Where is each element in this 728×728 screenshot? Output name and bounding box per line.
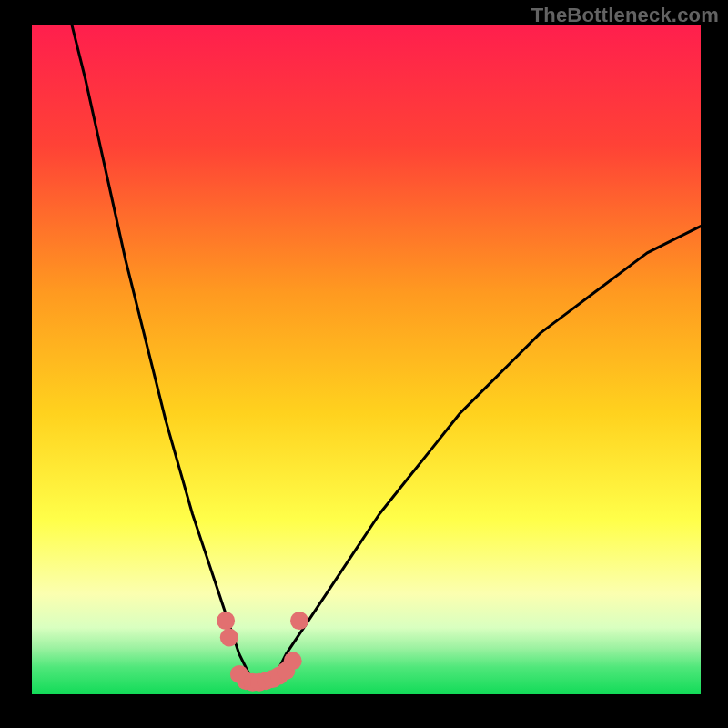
frame-left: [0, 0, 32, 728]
highlight-marker: [220, 629, 238, 647]
watermark-text: TheBottleneck.com: [531, 4, 719, 27]
frame-right: [701, 0, 728, 728]
chart-svg: [0, 0, 728, 728]
frame-bottom: [0, 694, 728, 728]
chart-stage: TheBottleneck.com: [0, 0, 728, 728]
highlight-marker: [284, 652, 302, 670]
highlight-marker: [290, 612, 308, 630]
highlight-marker: [217, 612, 235, 630]
plot-background: [32, 25, 701, 694]
